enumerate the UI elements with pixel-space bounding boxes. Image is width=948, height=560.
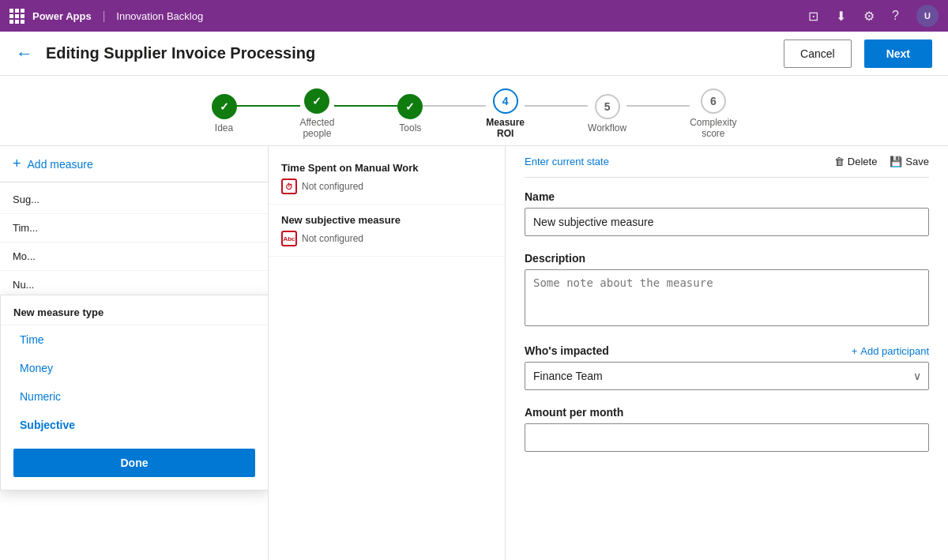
save-icon: 💾	[890, 156, 902, 167]
add-participant-button[interactable]: + Add participant	[852, 345, 929, 357]
dropdown-done-button[interactable]: Done	[13, 449, 255, 477]
step-idea-circle: ✓	[212, 94, 237, 119]
participant-select-wrapper: Finance Team IT Team Operations ∨	[525, 362, 929, 390]
step-workflow-label: Workflow	[588, 122, 626, 133]
right-panel: Enter current state 🗑 Delete 💾 Save Name…	[506, 146, 948, 560]
delete-button[interactable]: 🗑 Delete	[834, 156, 878, 167]
stepper: ✓ Idea ✓ Affectedpeople ✓ Tools 4 Measur…	[0, 76, 948, 146]
whos-impacted-label: Who's impacted	[525, 344, 852, 357]
measure-entry-subjective-title: New subjective measure	[281, 214, 492, 226]
list-item-mon[interactable]: Mo...	[0, 242, 268, 271]
topbar: Power Apps | Innovation Backlog ⊡ ⬇ ⚙ ? …	[0, 0, 948, 32]
connector-4	[525, 105, 588, 107]
measure-type-dropdown: New measure type Time Money Numeric Subj…	[0, 295, 269, 490]
measure-type-subjective[interactable]: Subjective	[1, 411, 268, 439]
avatar[interactable]: U	[916, 5, 939, 27]
connector-3	[423, 105, 486, 107]
step-idea[interactable]: ✓ Idea	[212, 94, 237, 133]
grid-menu-icon[interactable]	[9, 9, 24, 24]
delete-label: Delete	[848, 156, 878, 167]
step-tools-label: Tools	[399, 122, 421, 133]
measure-entry-subjective-status: Abc Not configured	[281, 231, 492, 246]
page-title: Editing Supplier Invoice Processing	[46, 44, 771, 62]
back-button[interactable]: ←	[16, 43, 33, 64]
add-participant-plus-icon: +	[852, 345, 858, 357]
amount-label: Amount per month	[525, 406, 929, 419]
enter-current-state[interactable]: Enter current state	[525, 156, 834, 167]
step-tools-circle: ✓	[397, 94, 423, 119]
next-button[interactable]: Next	[864, 39, 932, 68]
screen-icon[interactable]: ⊡	[808, 9, 818, 24]
list-item-sug[interactable]: Sug...	[0, 186, 268, 214]
topbar-separator: |	[103, 9, 106, 22]
dropdown-header: New measure type	[1, 295, 268, 325]
name-section: Name	[525, 190, 929, 236]
measure-entry-time-title: Time Spent on Manual Work	[281, 162, 492, 174]
measure-entry-subjective[interactable]: New subjective measure Abc Not configure…	[269, 205, 505, 257]
add-participant-label: Add participant	[860, 345, 929, 357]
app-name: Power Apps	[32, 10, 92, 22]
measure-entry-time-spent[interactable]: Time Spent on Manual Work ⏱ Not configur…	[269, 152, 505, 205]
step-measure-circle: 4	[493, 88, 518, 114]
time-measure-icon: ⏱	[281, 179, 297, 194]
whos-impacted-section: Who's impacted + Add participant Finance…	[525, 344, 929, 390]
step-idea-label: Idea	[215, 122, 233, 133]
name-input[interactable]	[525, 208, 929, 236]
download-icon[interactable]: ⬇	[836, 9, 846, 24]
page-name: Innovation Backlog	[116, 10, 203, 22]
step-measure-roi[interactable]: 4 MeasureROI	[486, 88, 525, 139]
abc-measure-icon: Abc	[281, 231, 297, 246]
settings-icon[interactable]: ⚙	[863, 9, 875, 24]
trash-icon: 🗑	[834, 156, 845, 167]
header-bar: ← Editing Supplier Invoice Processing Ca…	[0, 32, 948, 76]
save-button[interactable]: 💾 Save	[890, 156, 929, 167]
right-panel-topbar: Enter current state 🗑 Delete 💾 Save	[525, 146, 929, 178]
step-complexity-circle: 6	[701, 88, 726, 114]
plus-icon: +	[13, 156, 21, 172]
description-label: Description	[525, 252, 929, 265]
connector-1	[237, 105, 300, 107]
main-content: + Add measure Sug... Tim... Mo... Nu... …	[0, 146, 948, 560]
step-affected-people[interactable]: ✓ Affectedpeople	[300, 88, 335, 139]
participant-select[interactable]: Finance Team IT Team Operations	[525, 362, 929, 390]
whos-impacted-header: Who's impacted + Add participant	[525, 344, 929, 357]
step-workflow[interactable]: 5 Workflow	[588, 94, 626, 133]
measure-type-money[interactable]: Money	[1, 354, 268, 382]
step-affected-label: Affectedpeople	[300, 117, 335, 139]
name-label: Name	[525, 190, 929, 203]
measure-subjective-status-text: Not configured	[302, 233, 363, 244]
help-icon[interactable]: ?	[892, 9, 899, 23]
step-affected-circle: ✓	[304, 88, 329, 114]
measure-time-status-text: Not configured	[302, 181, 363, 192]
measure-type-numeric[interactable]: Numeric	[1, 382, 268, 411]
left-panel: + Add measure Sug... Tim... Mo... Nu... …	[0, 146, 269, 560]
step-tools[interactable]: ✓ Tools	[397, 94, 423, 133]
amount-section: Amount per month	[525, 406, 929, 452]
connector-5	[626, 105, 690, 107]
step-workflow-circle: 5	[595, 94, 620, 119]
list-item-tim[interactable]: Tim...	[0, 214, 268, 242]
measure-type-time[interactable]: Time	[1, 325, 268, 354]
step-complexity-label: Complexityscore	[690, 117, 736, 139]
connector-2	[334, 105, 397, 107]
description-section: Description	[525, 252, 929, 329]
add-measure-label: Add measure	[28, 158, 93, 171]
description-input[interactable]	[525, 269, 929, 326]
center-panel: Time Spent on Manual Work ⏱ Not configur…	[269, 146, 506, 560]
step-complexity[interactable]: 6 Complexityscore	[690, 88, 736, 139]
save-label: Save	[905, 156, 929, 167]
step-measure-label: MeasureROI	[486, 117, 525, 139]
cancel-button[interactable]: Cancel	[784, 39, 852, 68]
amount-input[interactable]	[525, 423, 929, 452]
add-measure-button[interactable]: + Add measure	[0, 146, 268, 182]
measure-entry-time-status: ⏱ Not configured	[281, 179, 492, 194]
